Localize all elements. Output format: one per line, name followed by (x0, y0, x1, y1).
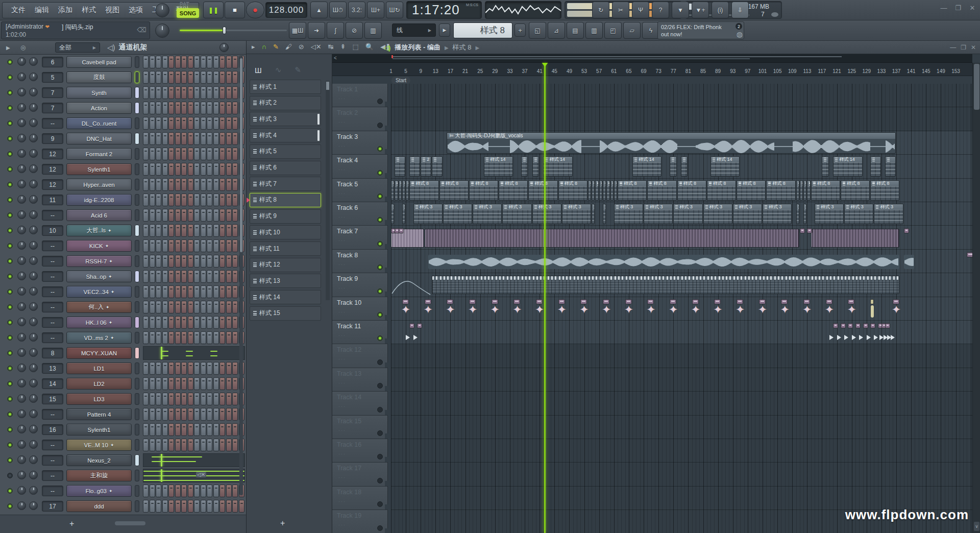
audio-oneshot-clip[interactable]: ✦ (692, 299, 699, 320)
step-cell[interactable] (232, 316, 238, 329)
step-cell[interactable] (175, 423, 181, 436)
step-cell[interactable] (213, 224, 219, 237)
oscilloscope[interactable] (485, 1, 561, 19)
step-cell[interactable] (150, 209, 155, 222)
step-cell[interactable] (213, 239, 219, 252)
step-cell[interactable] (168, 362, 174, 375)
step-cell[interactable] (162, 377, 168, 390)
mini-piano-preview[interactable] (143, 453, 245, 467)
track-options-dots[interactable]: ··· (338, 167, 346, 172)
channel-pan-knob[interactable] (17, 210, 26, 219)
step-cell[interactable] (213, 117, 219, 130)
playlist-minimize-button[interactable]: — (950, 44, 956, 51)
track-header[interactable]: Track 19··· (332, 510, 388, 533)
step-cell[interactable] (150, 377, 155, 390)
step-cell[interactable] (143, 71, 149, 84)
step-cell[interactable] (188, 193, 193, 206)
pattern-clip[interactable] (807, 180, 810, 201)
track-header[interactable]: Track 6··· (332, 202, 388, 226)
pattern-clip[interactable]: 样式 3 (763, 204, 792, 224)
channel-pan-knob[interactable] (17, 149, 26, 158)
channel-pan-knob[interactable] (17, 287, 26, 296)
step-cell[interactable] (143, 316, 149, 329)
channel-name-button[interactable]: LD3 (66, 393, 132, 405)
track-header[interactable]: Track 4··· (332, 155, 388, 178)
step-cell[interactable] (175, 408, 181, 421)
step-cell[interactable] (207, 148, 212, 160)
step-cell[interactable] (239, 500, 244, 513)
pattern-clip[interactable]: 样式 3 (874, 204, 903, 224)
track-options-dots[interactable]: ··· (338, 475, 346, 480)
step-cell[interactable] (226, 86, 232, 99)
step-cell[interactable] (156, 193, 161, 206)
pattern-clip[interactable] (599, 180, 602, 201)
step-cell[interactable] (232, 423, 238, 436)
step-cell[interactable] (168, 484, 174, 497)
step-cell[interactable] (150, 255, 155, 268)
draw-pencil-icon[interactable]: ✎ (273, 43, 279, 51)
track-led-off[interactable] (377, 454, 383, 459)
playlist-v-scrollbar[interactable]: ∨ (972, 63, 980, 533)
audio-oneshot-clip[interactable]: ✦ (536, 299, 543, 320)
step-cell[interactable] (175, 132, 181, 145)
channel-pan-knob[interactable] (17, 256, 26, 265)
step-cell[interactable] (226, 224, 232, 237)
step-cell[interactable] (232, 56, 238, 68)
track-led-on[interactable] (377, 264, 383, 270)
channel-mute-led[interactable] (7, 90, 13, 95)
audio-oneshot-clip[interactable]: ✦ (670, 299, 677, 320)
step-cell[interactable] (143, 408, 149, 421)
rack-scrollbar[interactable] (239, 56, 243, 495)
step-cell[interactable] (162, 255, 168, 268)
channel-pan-knob[interactable] (17, 364, 26, 372)
pattern-clip[interactable]: 样式 8 (677, 180, 706, 201)
track-led-off[interactable] (377, 407, 383, 413)
step-cell[interactable] (143, 163, 149, 176)
track-lane[interactable] (391, 84, 972, 107)
step-cell[interactable] (232, 132, 238, 145)
step-cell[interactable] (226, 423, 232, 436)
channel-volume-knob[interactable] (29, 164, 38, 173)
channel-mute-led[interactable] (7, 457, 13, 463)
pattern-select-bar[interactable] (135, 148, 139, 160)
pattern-item[interactable]: 样式 15 (250, 306, 321, 321)
step-cell[interactable] (226, 301, 232, 313)
pattern-select-bar[interactable] (135, 194, 139, 206)
step-cell[interactable] (194, 500, 200, 513)
step-cell[interactable] (143, 178, 149, 191)
step-cell[interactable] (162, 102, 168, 114)
audio-oneshot-clip[interactable]: ✦ (447, 299, 454, 320)
step-cell[interactable] (232, 102, 238, 114)
pattern-clip[interactable] (432, 156, 443, 177)
channel-target-number[interactable]: 11 (42, 195, 63, 205)
track-led-on[interactable] (377, 146, 383, 152)
blend-notes-icon[interactable]: Ш+ (367, 2, 384, 18)
step-cell[interactable] (188, 148, 193, 160)
step-cell[interactable] (162, 224, 168, 237)
pattern-clip[interactable] (399, 180, 402, 201)
step-sequencer-view-icon[interactable]: ⊿ (548, 22, 565, 39)
step-cell[interactable] (219, 439, 225, 451)
step-cell[interactable] (150, 331, 155, 344)
pattern-select-bar[interactable] (135, 87, 139, 99)
step-cell[interactable] (201, 71, 206, 84)
step-cell[interactable] (162, 408, 168, 421)
add-pattern-button[interactable]: + (514, 23, 526, 37)
step-cell[interactable] (201, 331, 206, 344)
note-triangle-clip[interactable] (844, 335, 848, 340)
pattern-clip[interactable] (402, 180, 405, 201)
pattern-item[interactable]: 样式 4 (250, 128, 321, 142)
step-cell[interactable] (168, 209, 174, 222)
pattern-clip[interactable] (796, 180, 799, 201)
step-cell[interactable] (188, 393, 193, 405)
step-cell[interactable] (207, 285, 212, 298)
clip-header-chip[interactable] (904, 228, 909, 233)
channel-volume-knob[interactable] (29, 180, 38, 188)
track-options-dots[interactable]: ··· (338, 119, 346, 125)
channel-pan-knob[interactable] (17, 72, 26, 81)
note-triangle-clip[interactable] (867, 335, 871, 340)
step-cell[interactable] (201, 362, 206, 375)
audio-oneshot-clip[interactable]: ✦ (647, 299, 654, 320)
pattern-clip[interactable]: 样式 3 (844, 204, 873, 224)
step-cell[interactable] (213, 255, 219, 268)
